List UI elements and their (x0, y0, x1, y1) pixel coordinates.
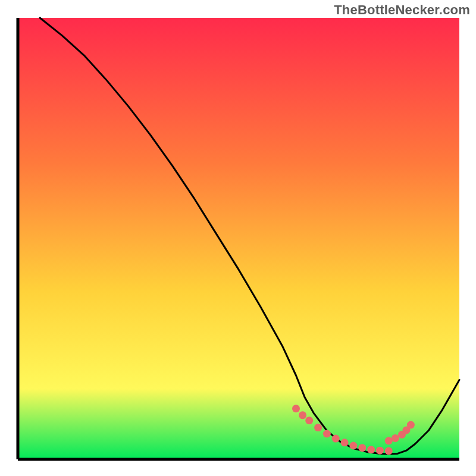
valley-marker (385, 437, 393, 444)
valley-marker (341, 439, 349, 446)
valley-marker (358, 444, 366, 452)
valley-marker (305, 416, 313, 424)
chart-container: TheBottleNecker.com (0, 0, 476, 476)
valley-marker (292, 405, 300, 412)
valley-marker (314, 424, 322, 431)
valley-marker (349, 442, 357, 450)
valley-marker (385, 447, 393, 455)
watermark-label: TheBottleNecker.com (334, 2, 470, 18)
valley-marker (323, 430, 331, 438)
valley-marker (392, 434, 399, 442)
valley-marker (332, 435, 340, 443)
bottleneck-chart (0, 0, 476, 476)
valley-marker (299, 411, 306, 419)
valley-marker (376, 447, 384, 455)
plot-background-gradient (18, 18, 459, 459)
valley-marker (367, 446, 375, 453)
valley-marker (407, 421, 415, 429)
